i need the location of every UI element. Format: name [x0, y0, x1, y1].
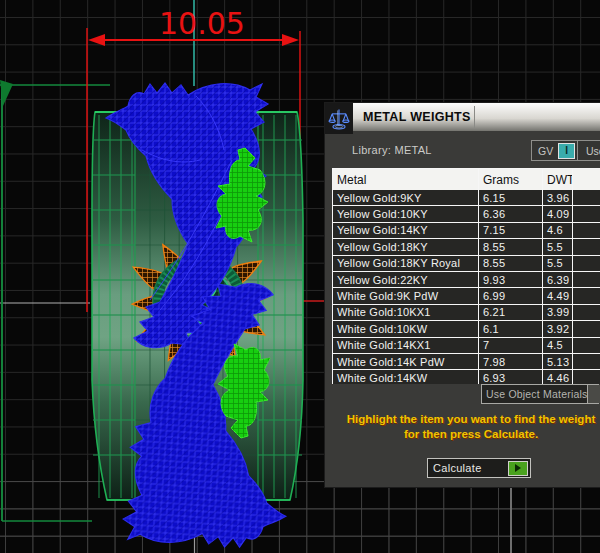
table-header-row: Metal Grams DWT	[333, 169, 600, 190]
cad-viewport[interactable]: 10.05	[0, 0, 600, 553]
calculate-button-label: Calculate	[428, 462, 508, 474]
header-extra	[573, 169, 600, 190]
table-row[interactable]: Yellow Gold:9KY6.153.96	[333, 190, 600, 206]
materials-dropdown-value: Use Object Materials	[482, 388, 587, 400]
metal-weights-table: Metal Grams DWT Yellow Gold:9KY6.153.96Y…	[332, 168, 600, 384]
user-button[interactable]: User	[577, 140, 600, 161]
table-row[interactable]: Yellow Gold:18KY Royal8.555.5	[333, 256, 600, 272]
dialog-title: METAL WEIGHTS	[353, 110, 471, 124]
instruction-text: Highlight the item you want to find the …	[315, 412, 600, 442]
table-row[interactable]: White Gold:14K PdW7.985.13	[333, 354, 600, 370]
dialog-header: METAL WEIGHTS	[325, 103, 600, 134]
table-row[interactable]: White Gold:9K PdW6.994.49	[333, 288, 600, 304]
instruction-line2: for then press Calculate.	[315, 427, 600, 442]
header-metal: Metal	[333, 169, 479, 190]
table-row[interactable]: White Gold:10KX16.213.99	[333, 305, 600, 321]
table-row[interactable]: White Gold:14KW6.934.46	[333, 370, 600, 384]
library-label: Library: METAL	[352, 144, 432, 156]
play-icon	[508, 461, 528, 476]
gv-toggle-group[interactable]: GV I	[531, 140, 578, 161]
table-row[interactable]: White Gold:10KW6.13.92	[333, 321, 600, 337]
table-row[interactable]: Yellow Gold:22KY9.936.39	[333, 272, 600, 288]
instruction-line1: Highlight the item you want to find the …	[315, 412, 600, 427]
gv-label: GV	[538, 145, 553, 157]
table-row[interactable]: Yellow Gold:10KY6.364.09	[333, 206, 600, 222]
dialog-titlebar[interactable]: METAL WEIGHTS	[353, 103, 600, 131]
materials-dropdown[interactable]: Use Object Materials	[481, 384, 599, 404]
table-row[interactable]: Yellow Gold:14KY7.154.6	[333, 223, 600, 239]
table-row[interactable]: White Gold:14KX174.5	[333, 338, 600, 354]
dimension-value-text: 10.05	[159, 6, 245, 41]
table-row[interactable]: Yellow Gold:18KY8.555.5	[333, 239, 600, 255]
header-dwt: DWT	[543, 169, 573, 190]
dropdown-button[interactable]	[587, 385, 600, 403]
header-grams: Grams	[479, 169, 543, 190]
metal-weights-dialog: METAL WEIGHTS Library: METAL GV I User M…	[325, 103, 600, 487]
calculate-button[interactable]: Calculate	[427, 458, 531, 478]
indicator-toggle-button[interactable]: I	[558, 143, 575, 159]
titlebar-divider	[474, 106, 475, 128]
metal-table-body: Yellow Gold:9KY6.153.96Yellow Gold:10KY6…	[333, 190, 600, 384]
scale-icon	[325, 103, 353, 134]
